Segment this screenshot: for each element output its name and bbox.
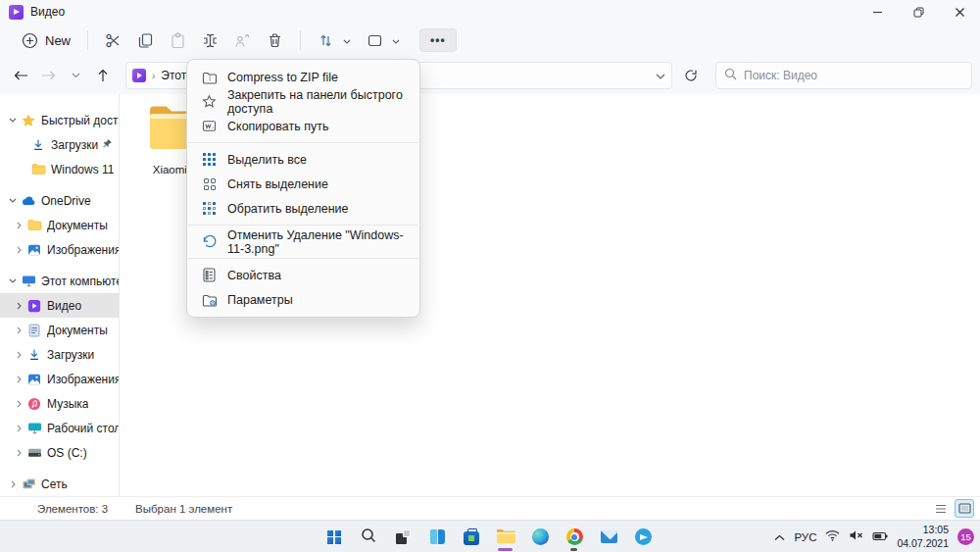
sort-button[interactable] — [310, 27, 359, 54]
menu-item-select-none[interactable]: Снять выделение — [187, 172, 419, 196]
start-icon — [327, 530, 341, 544]
sidebar-item-downloads-pinned[interactable]: Загрузки — [0, 132, 119, 157]
chevron-right-icon[interactable] — [12, 326, 25, 334]
start-button[interactable] — [323, 525, 345, 550]
sidebar-item-downloads[interactable]: Загрузки — [0, 342, 119, 367]
language-indicator[interactable]: РУС — [794, 531, 816, 543]
menu-item-invert-selection[interactable]: Обратить выделение — [187, 196, 419, 221]
see-more-button[interactable]: ••• — [419, 28, 457, 52]
pin-icon — [102, 138, 113, 152]
details-view-button[interactable] — [931, 499, 951, 518]
items-count: Элементов: 3 — [37, 503, 108, 515]
rename-button[interactable] — [194, 27, 226, 54]
refresh-button[interactable] — [678, 63, 704, 88]
widgets-button[interactable] — [426, 525, 448, 550]
sidebar-item-music[interactable]: Музыка — [0, 391, 119, 416]
mute-icon[interactable] — [849, 529, 863, 544]
menu-item-undo-delete[interactable]: Отменить Удаление "Windows-11-3.png" — [187, 229, 419, 254]
copy-button[interactable] — [129, 27, 162, 54]
notification-badge[interactable]: 15 — [957, 528, 974, 545]
chevron-right-icon[interactable] — [12, 400, 25, 408]
cut-button[interactable] — [97, 27, 129, 54]
sidebar-item-videos[interactable]: Видео — [0, 293, 119, 318]
minimize-button[interactable] — [857, 0, 898, 24]
wifi-icon[interactable] — [825, 529, 840, 544]
battery-icon[interactable] — [872, 530, 888, 544]
telegram-button[interactable] — [632, 525, 654, 550]
menu-item-options[interactable]: Параметры — [187, 287, 419, 312]
sidebar-item-documents[interactable]: Документы — [0, 318, 119, 342]
menu-item-compress-zip[interactable]: Compress to ZIP file — [187, 65, 419, 89]
mail-button[interactable] — [598, 525, 619, 550]
chevron-right-icon[interactable] — [12, 222, 25, 229]
chevron-down-icon[interactable] — [6, 278, 20, 283]
window-title: Видео — [30, 5, 65, 19]
chevron-right-icon[interactable] — [12, 302, 25, 310]
back-button[interactable] — [8, 63, 33, 88]
menu-item-select-all[interactable]: Выделить все — [187, 147, 419, 172]
file-explorer-button[interactable] — [495, 525, 516, 550]
star-icon — [201, 93, 218, 110]
new-button[interactable]: New — [14, 27, 78, 54]
chevron-right-icon[interactable] — [12, 351, 25, 359]
download-icon — [29, 138, 47, 152]
paste-button[interactable] — [162, 27, 194, 54]
forward-button[interactable] — [35, 63, 61, 88]
documents-icon — [25, 324, 43, 337]
view-icon — [367, 32, 383, 49]
edge-button[interactable] — [529, 525, 551, 550]
new-button-label: New — [45, 33, 71, 48]
menu-item-properties[interactable]: Свойства — [187, 263, 419, 287]
up-button[interactable] — [90, 63, 116, 88]
sidebar-item-onedrive-documents[interactable]: Документы — [0, 213, 119, 237]
chevron-down-icon[interactable] — [6, 118, 20, 123]
sidebar-item-desktop[interactable]: Рабочий стол — [0, 416, 119, 440]
invert-selection-icon — [201, 200, 218, 217]
breadcrumb-separator: › — [152, 71, 155, 81]
address-dropdown-icon[interactable] — [656, 69, 665, 82]
restore-button[interactable] — [898, 0, 939, 24]
status-bar: Элементов: 3 Выбран 1 элемент — [0, 496, 980, 520]
sidebar-item-this-pc[interactable]: Этот компьютер — [0, 269, 119, 293]
sidebar-item-onedrive[interactable]: OneDrive — [0, 188, 119, 213]
chevron-right-icon[interactable] — [12, 425, 25, 432]
search-input[interactable] — [744, 69, 963, 82]
search-box[interactable] — [715, 62, 972, 89]
cut-icon — [105, 32, 122, 49]
menu-item-pin-quick-access[interactable]: Закрепить на панели быстрого доступа — [187, 89, 419, 114]
clock[interactable]: 13:05 04.07.2021 — [897, 524, 949, 549]
chevron-right-icon[interactable] — [12, 246, 25, 254]
copy-icon — [137, 32, 154, 49]
running-indicator — [570, 548, 577, 551]
menu-divider — [188, 225, 418, 226]
search-icon — [361, 527, 376, 546]
menu-item-copy-path[interactable]: Скопировать путь — [187, 114, 419, 138]
chevron-right-icon[interactable] — [6, 480, 20, 488]
chevron-down-icon[interactable] — [6, 198, 20, 203]
view-button[interactable] — [359, 27, 408, 54]
recent-locations-button[interactable] — [63, 63, 88, 88]
file-explorer-window: Видео New — [0, 0, 980, 552]
chevron-right-icon[interactable] — [12, 376, 25, 383]
taskbar-search-button[interactable] — [358, 525, 379, 550]
close-button[interactable] — [939, 0, 980, 24]
chrome-button[interactable] — [564, 525, 585, 550]
sidebar-item-network[interactable]: Сеть — [0, 472, 119, 496]
sidebar-item-windows11-folder[interactable]: Windows 11 — [0, 157, 119, 181]
chevron-right-icon[interactable] — [12, 449, 25, 457]
sidebar-item-onedrive-pictures[interactable]: Изображения — [0, 237, 119, 262]
task-view-button[interactable] — [392, 525, 414, 550]
pictures-icon — [25, 244, 43, 256]
sidebar-item-os-c-drive[interactable]: OS (C:) — [0, 440, 119, 465]
sort-icon — [318, 32, 334, 49]
network-icon — [20, 477, 37, 490]
thumbnails-view-button[interactable] — [955, 499, 974, 518]
taskbar: РУС 13:05 04.07.2021 15 — [0, 520, 980, 552]
briefcase-app-button[interactable] — [461, 525, 482, 550]
sidebar-item-quick-access[interactable]: Быстрый доступ — [0, 108, 119, 132]
share-button[interactable] — [226, 27, 259, 54]
sidebar-item-pictures[interactable]: Изображения — [0, 367, 119, 391]
tray-expand-button[interactable] — [774, 530, 785, 544]
undo-icon — [201, 233, 218, 250]
delete-button[interactable] — [259, 27, 291, 54]
